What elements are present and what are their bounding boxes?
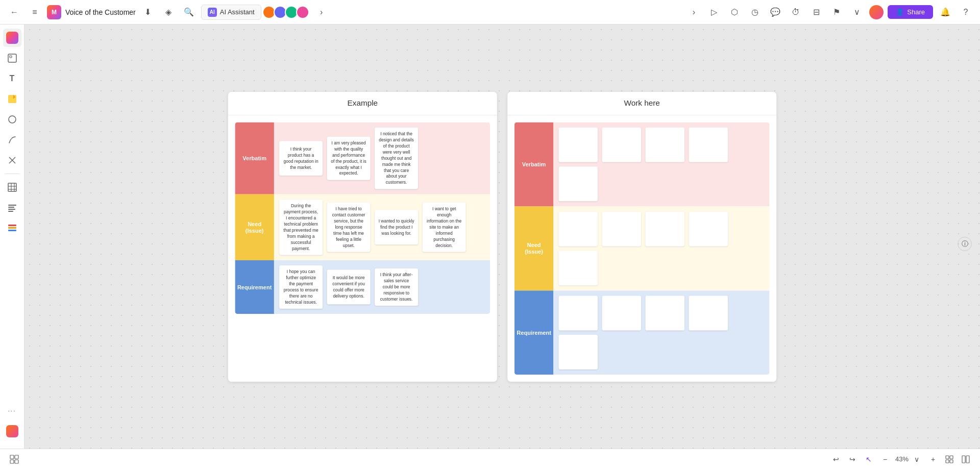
work-panel-body: Verbatim: [507, 115, 776, 382]
toolbar-left: ← ≡ M Voice of the Customer ⬇ ◈ 🔍 AI AI …: [6, 4, 681, 20]
svg-rect-27: [966, 456, 969, 463]
sidebar-item-list[interactable]: [3, 219, 21, 237]
work-sticky-r4[interactable]: [689, 295, 728, 330]
example-panel-header: Example: [228, 92, 497, 115]
map-view-button[interactable]: [8, 453, 20, 465]
work-requirement-content: [553, 290, 769, 375]
toolbar-layout-btn[interactable]: ⊟: [808, 4, 824, 20]
toolbar-more-btn[interactable]: ›: [685, 4, 702, 20]
sticky-need-1[interactable]: During the payment process, I encountere…: [279, 199, 323, 255]
example-voc-table: Verbatim I think your product has a good…: [235, 122, 490, 314]
work-requirement-label: Requirement: [514, 290, 554, 375]
sidebar-item-text2[interactable]: [3, 199, 21, 217]
tag-button[interactable]: ◈: [160, 4, 177, 20]
toolbar-timer-btn[interactable]: ◷: [747, 4, 763, 20]
cursor-button[interactable]: ↖: [863, 453, 875, 465]
work-sticky-v1[interactable]: [559, 127, 598, 162]
svg-point-3: [9, 116, 16, 123]
svg-rect-23: [950, 456, 953, 459]
svg-rect-13: [8, 209, 15, 210]
toolbar-play-btn[interactable]: ▷: [706, 4, 722, 20]
svg-rect-0: [8, 54, 16, 62]
work-sticky-r2[interactable]: [602, 295, 642, 330]
work-sticky-n3[interactable]: [646, 211, 685, 246]
ai-assistant-button[interactable]: AI AI Assistant: [201, 5, 261, 20]
collapse-button[interactable]: ›: [313, 4, 330, 20]
svg-rect-11: [8, 205, 16, 206]
sidebar-item-text[interactable]: T: [3, 69, 21, 88]
avatar-4[interactable]: [296, 6, 309, 19]
search-button[interactable]: 🔍: [181, 4, 197, 20]
zoom-dropdown-button[interactable]: ∨: [911, 453, 923, 465]
sidebar-item-shape[interactable]: [3, 110, 21, 129]
sidebar-item-sticky[interactable]: [3, 90, 21, 108]
work-sticky-n5[interactable]: [559, 251, 598, 285]
sticky-need-3[interactable]: I wanted to quickly find the product I w…: [375, 210, 418, 244]
example-panel: Example Verbatim I think your product ha…: [228, 92, 497, 382]
work-sticky-v3[interactable]: [646, 127, 685, 162]
work-sticky-v4[interactable]: [689, 127, 728, 162]
work-sticky-r3[interactable]: [646, 295, 685, 330]
toolbar-present-btn[interactable]: ⬡: [726, 4, 743, 20]
sidebar-item-frame[interactable]: [3, 49, 21, 67]
help-button[interactable]: ?: [958, 4, 974, 20]
sticky-verbatim-3[interactable]: I noticed that the design and details of…: [375, 127, 418, 189]
verbatim-label: Verbatim: [235, 122, 274, 194]
svg-rect-26: [962, 456, 965, 463]
sticky-req-2[interactable]: It would be more convenient if you could…: [327, 269, 371, 304]
need-row: Need (Issue) During the payment process,…: [235, 194, 490, 260]
svg-rect-14: [8, 211, 13, 212]
sidebar-item-connector[interactable]: [3, 151, 21, 169]
work-need-content: [553, 206, 769, 290]
canvas-info-btn[interactable]: ⓘ: [958, 237, 972, 251]
work-sticky-r5[interactable]: [559, 335, 598, 369]
download-button[interactable]: ⬇: [140, 4, 156, 20]
work-sticky-n4[interactable]: [689, 211, 728, 246]
work-sticky-r1[interactable]: [559, 295, 598, 330]
menu-button[interactable]: ≡: [27, 4, 43, 20]
example-panel-body: Verbatim I think your product has a good…: [228, 115, 497, 321]
toolbar-clock-btn[interactable]: ⏱: [788, 4, 804, 20]
sticky-verbatim-1[interactable]: I think your product has a good reputati…: [279, 141, 323, 176]
toolbar-flag-btn[interactable]: ⚑: [828, 4, 845, 20]
work-sticky-v2[interactable]: [602, 127, 642, 162]
zoom-in-button[interactable]: +: [927, 453, 939, 465]
share-button[interactable]: 👤 Share: [888, 5, 933, 19]
zoom-level: 43%: [895, 455, 909, 463]
work-sticky-n2[interactable]: [602, 211, 642, 246]
back-button[interactable]: ←: [6, 4, 22, 20]
work-sticky-v5[interactable]: [559, 166, 598, 201]
requirement-row: Requirement I hope you can further optim…: [235, 260, 490, 313]
sidebar-item-brand[interactable]: [3, 422, 21, 440]
sticky-verbatim-2[interactable]: I am very pleased with the quality and p…: [327, 136, 371, 180]
zoom-out-button[interactable]: −: [879, 453, 891, 465]
sidebar-item-pen[interactable]: [3, 131, 21, 149]
work-verbatim-row: Verbatim: [514, 122, 770, 206]
work-panel: Work here Verbatim: [507, 92, 776, 382]
user-avatar[interactable]: [869, 5, 884, 19]
sidebar-item-dots[interactable]: ···: [3, 402, 21, 420]
undo-button[interactable]: ↩: [830, 453, 842, 465]
sticky-need-2[interactable]: I have tried to contact customer service…: [327, 202, 371, 252]
verbatim-content: I think your product has a good reputati…: [274, 122, 490, 194]
canvas-area[interactable]: Example Verbatim I think your product ha…: [24, 24, 980, 449]
bell-button[interactable]: 🔔: [937, 4, 953, 20]
svg-rect-1: [10, 56, 12, 58]
toolbar-down-btn[interactable]: ∨: [849, 4, 865, 20]
sidebar-item-table[interactable]: [3, 178, 21, 196]
sticky-need-4[interactable]: I want to get enough information on the …: [423, 202, 466, 252]
toolbar-comment-btn[interactable]: 💬: [767, 4, 783, 20]
redo-button[interactable]: ↪: [846, 453, 859, 465]
svg-rect-2: [8, 95, 16, 103]
zoom-control: 43% ∨: [895, 453, 923, 465]
work-need-row: Need (Issue): [514, 206, 770, 290]
sidebar-item-home[interactable]: [3, 29, 21, 47]
work-verbatim-label: Verbatim: [514, 122, 554, 206]
split-button[interactable]: [960, 453, 972, 465]
work-sticky-n1[interactable]: [559, 211, 598, 246]
sticky-req-1[interactable]: I hope you can further optimize the paym…: [279, 265, 323, 309]
sticky-req-3[interactable]: I think your after-sales service could b…: [375, 268, 418, 306]
fit-button[interactable]: [943, 453, 955, 465]
canvas-content: Example Verbatim I think your product ha…: [228, 92, 776, 382]
svg-rect-20: [10, 460, 14, 463]
